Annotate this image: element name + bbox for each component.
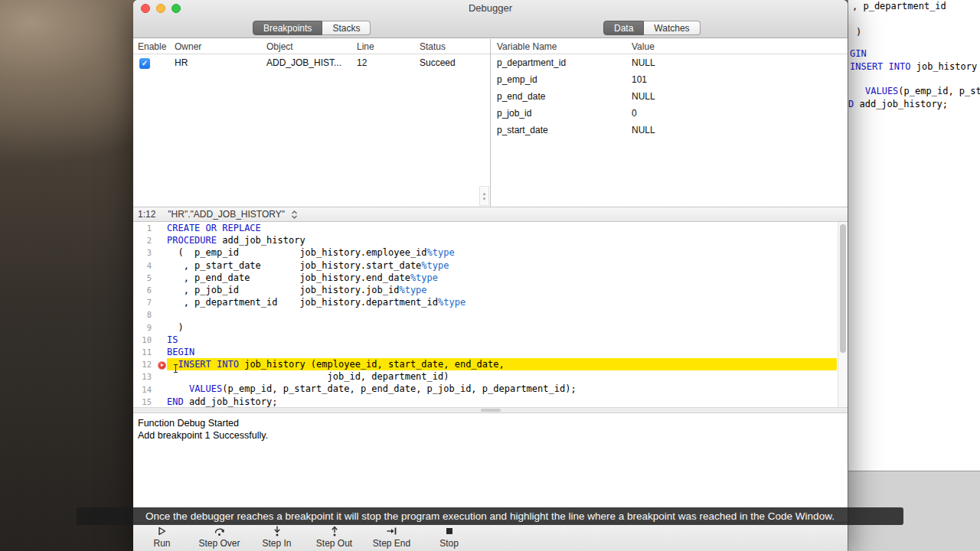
text-cursor xyxy=(175,364,176,373)
tab-data[interactable]: Data xyxy=(603,21,644,35)
code-line[interactable]: 10IS xyxy=(133,334,848,346)
code-lines: 1CREATE OR REPLACE2PROCEDURE add_job_his… xyxy=(133,222,848,407)
code-line[interactable]: 2PROCEDURE add_job_history xyxy=(133,234,848,246)
object-selector-label: "HR"."ADD_JOB_HISTORY" xyxy=(168,209,285,220)
debug-button-label: Step In xyxy=(262,538,291,549)
stop-button[interactable]: Stop xyxy=(420,526,478,549)
step-in-icon xyxy=(271,526,283,536)
code-line[interactable]: 6 , p_job_id job_history.job_id%type xyxy=(133,284,848,296)
breakpoint-row[interactable]: ✓HRADD_JOB_HIST...12Succeed xyxy=(133,54,490,71)
variable-row[interactable]: p_emp_id101 xyxy=(491,71,848,88)
code-line[interactable]: 15END add_job_history; xyxy=(133,396,848,407)
variable-name: p_department_id xyxy=(497,57,632,68)
breakpoints-table-body: ✓HRADD_JOB_HIST...12Succeed xyxy=(133,54,490,71)
variables-panel: Variable NameValue p_department_idNULLp_… xyxy=(490,39,848,207)
cell-object: ADD_JOB_HIST... xyxy=(266,57,357,68)
vertical-scrollbar[interactable] xyxy=(838,222,848,407)
column-header-enable[interactable]: Enable xyxy=(138,41,175,52)
step-out-button[interactable]: Step Out xyxy=(305,526,363,549)
step-over-icon xyxy=(214,526,226,536)
code-line[interactable]: 1CREATE OR REPLACE xyxy=(133,222,848,234)
variable-row[interactable]: p_department_idNULL xyxy=(491,54,848,71)
debugger-window: Debugger BreakpointsStacks DataWatches E… xyxy=(133,0,848,551)
variables-table-header: Variable NameValue xyxy=(491,39,848,54)
scroll-down-icon: ▼ xyxy=(482,197,487,201)
variable-row[interactable]: p_job_id0 xyxy=(491,105,848,122)
code-text: PROCEDURE add_job_history xyxy=(167,234,837,246)
line-number: 4 xyxy=(133,261,167,270)
column-header-variable-name[interactable]: Variable Name xyxy=(497,41,632,52)
code-line[interactable]: 4 , p_start_date job_history.start_date%… xyxy=(133,259,848,272)
code-line[interactable]: 8 xyxy=(133,308,848,321)
vertical-scrollbar-thumb[interactable] xyxy=(840,224,846,353)
column-header-owner[interactable]: Owner xyxy=(175,41,266,52)
background-code-line: , p_department_id xyxy=(852,1,946,11)
code-text: INSERT INTO job_history (employee_id, st… xyxy=(167,358,837,370)
code-line[interactable]: 13 job_id, department_id) xyxy=(133,370,848,383)
step-end-button[interactable]: Step End xyxy=(363,526,420,549)
code-text: END add_job_history; xyxy=(167,396,837,407)
scrollbar-stepper[interactable]: ▲ ▼ xyxy=(479,186,489,206)
code-text: job_id, department_id) xyxy=(167,370,837,383)
tab-watches[interactable]: Watches xyxy=(644,21,700,35)
line-number: 2 xyxy=(133,236,167,245)
scroll-up-icon: ▲ xyxy=(482,191,487,196)
line-number: 14 xyxy=(133,385,167,394)
variable-value: 0 xyxy=(632,108,848,119)
variable-value: NULL xyxy=(632,91,848,102)
background-code-line: D add_job_history; xyxy=(848,99,948,109)
variable-value: NULL xyxy=(632,125,848,135)
line-number: 10 xyxy=(133,335,167,344)
variable-name: p_emp_id xyxy=(497,74,632,85)
code-text: ) xyxy=(167,321,837,334)
code-editor[interactable]: 1CREATE OR REPLACE2PROCEDURE add_job_his… xyxy=(133,222,848,407)
step-over-button[interactable]: Step Over xyxy=(191,526,248,549)
object-selector-dropdown[interactable]: "HR"."ADD_JOB_HISTORY" xyxy=(168,209,299,220)
cell-enable: ✓ xyxy=(138,57,175,69)
chevron-updown-icon xyxy=(290,210,299,220)
variable-name: p_start_date xyxy=(497,125,632,135)
line-number: 13 xyxy=(133,372,167,381)
line-number: 9 xyxy=(133,323,167,332)
variable-row[interactable]: p_end_dateNULL xyxy=(491,88,848,105)
pane-splitter[interactable] xyxy=(133,407,848,413)
top-panels: EnableOwnerObjectLineStatus ✓HRADD_JOB_H… xyxy=(133,39,848,207)
code-text: BEGIN xyxy=(167,346,837,358)
column-header-status[interactable]: Status xyxy=(420,41,490,52)
column-header-object[interactable]: Object xyxy=(266,41,357,52)
code-line[interactable]: 7 , p_department_id job_history.departme… xyxy=(133,296,848,308)
code-line[interactable]: 12 INSERT INTO job_history (employee_id,… xyxy=(133,358,848,370)
code-line[interactable]: 11BEGIN xyxy=(133,346,848,358)
background-code-line: GIN xyxy=(850,48,867,59)
line-number: 3 xyxy=(133,248,167,257)
step-in-button[interactable]: Step In xyxy=(248,526,305,549)
line-number: 7 xyxy=(133,298,167,307)
code-line[interactable]: 14 VALUES(p_emp_id, p_start_date, p_end_… xyxy=(133,383,848,395)
breakpoints-panel: EnableOwnerObjectLineStatus ✓HRADD_JOB_H… xyxy=(133,39,490,207)
splitter-grip[interactable] xyxy=(481,409,501,412)
debug-button-label: Run xyxy=(153,538,170,549)
variable-name: p_end_date xyxy=(497,91,632,102)
tab-stacks[interactable]: Stacks xyxy=(322,21,371,35)
code-text: , p_start_date job_history.start_date%ty… xyxy=(167,259,837,272)
background-code-line: INSERT INTO job_history xyxy=(850,61,977,72)
line-number: 8 xyxy=(133,310,167,319)
line-number: 1 xyxy=(133,223,167,233)
code-line[interactable]: 5 , p_end_date job_history.end_date%type xyxy=(133,272,848,284)
step-end-icon xyxy=(386,526,398,536)
background-code-window: , p_department_id)GININSERT INTO job_his… xyxy=(848,0,980,471)
window-title: Debugger xyxy=(133,2,848,14)
code-line[interactable]: 3 ( p_emp_id job_history.employee_id%typ… xyxy=(133,246,848,259)
line-number: 11 xyxy=(133,347,167,357)
breakpoint-marker[interactable] xyxy=(158,361,166,370)
breakpoint-enabled-checkbox[interactable]: ✓ xyxy=(139,58,150,69)
column-header-value[interactable]: Value xyxy=(632,41,848,52)
code-text: CREATE OR REPLACE xyxy=(167,222,837,234)
run-button[interactable]: Run xyxy=(133,526,191,549)
run-icon xyxy=(156,526,168,536)
variable-row[interactable]: p_start_dateNULL xyxy=(491,122,848,139)
tab-breakpoints[interactable]: Breakpoints xyxy=(253,21,322,35)
code-line[interactable]: 9 ) xyxy=(133,321,848,334)
line-number: 12 xyxy=(133,360,167,369)
column-header-line[interactable]: Line xyxy=(357,41,420,52)
